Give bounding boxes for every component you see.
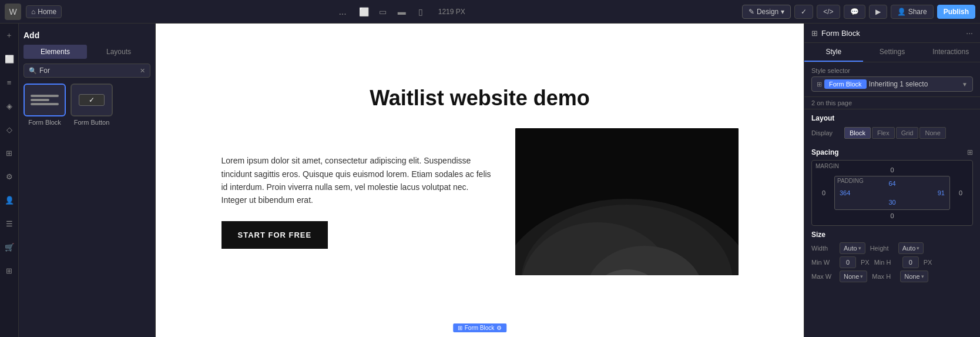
- padding-box: PADDING 64 364 91 30: [834, 176, 950, 210]
- selector-icon: ⊞: [817, 81, 822, 88]
- topbar-center: ... ⬜ ▭ ▬ ▯ 1219 PX: [66, 4, 737, 20]
- grid-icon[interactable]: ⊞: [2, 263, 16, 278]
- canvas-body-text: Lorem ipsum dolor sit amet, consectetur …: [221, 154, 492, 207]
- display-block-option[interactable]: Block: [844, 127, 871, 139]
- preview-button[interactable]: ▶: [869, 5, 887, 19]
- size-width-row: Width Auto ▾ Height Auto ▾: [811, 242, 973, 254]
- min-h-unit: PX: [924, 259, 932, 266]
- right-panel-title: Form Block: [821, 29, 860, 38]
- tab-settings[interactable]: Settings: [863, 43, 922, 62]
- layout-section: Layout Display Block Flex Grid None: [804, 109, 980, 148]
- forms-icon[interactable]: ☰: [2, 216, 16, 231]
- comment-button[interactable]: 💬: [844, 5, 865, 19]
- right-panel-title-row: ⊞ Form Block: [811, 29, 860, 38]
- apps-icon[interactable]: ⊞: [2, 146, 16, 160]
- share-button[interactable]: 👤 Share: [891, 5, 934, 19]
- element-card-form-button[interactable]: ✓ Form Button: [71, 84, 113, 126]
- canvas-area[interactable]: Waitlist website demo Lorem ipsum dolor …: [156, 24, 804, 337]
- height-arrow-icon: ▾: [917, 245, 919, 251]
- spacing-middle: 0 PADDING 64 364 91 30 0: [815, 176, 969, 210]
- app-logo: W: [5, 4, 21, 20]
- check-icon: ✓: [89, 96, 95, 104]
- search-bar: 🔍 ✕: [24, 64, 150, 78]
- form-block-header-icon: ⊞: [811, 29, 818, 38]
- margin-bottom-value[interactable]: 0: [815, 210, 969, 222]
- panel-content: Add Elements Layouts 🔍 ✕: [19, 24, 155, 337]
- spacing-title: Spacing: [811, 148, 839, 156]
- checkmark-button[interactable]: ✓: [794, 5, 813, 19]
- min-h-input[interactable]: 0: [902, 256, 919, 268]
- form-button-preview: ✓: [71, 84, 113, 116]
- margin-label: MARGIN: [815, 163, 839, 169]
- code-button[interactable]: </>: [817, 5, 840, 19]
- publish-button[interactable]: Publish: [937, 5, 975, 19]
- selector-count: 2 on this page: [804, 97, 980, 109]
- style-selector-value[interactable]: ⊞ Form Block Inheriting 1 selecto ▼: [811, 76, 973, 92]
- padding-left-value[interactable]: 364: [840, 189, 850, 196]
- element-card-form-block[interactable]: Form Block: [24, 84, 66, 126]
- search-clear-button[interactable]: ✕: [140, 67, 145, 75]
- design-dropdown-icon: ▾: [781, 8, 784, 16]
- panel-title: Add: [24, 28, 150, 45]
- laptop-view-button[interactable]: ▬: [394, 4, 410, 20]
- tab-style[interactable]: Style: [804, 43, 863, 62]
- max-w-label: Max W: [811, 273, 835, 280]
- tab-interactions[interactable]: Interactions: [921, 43, 980, 62]
- home-button[interactable]: ⌂ Home: [26, 5, 62, 18]
- spacing-toggle-icon[interactable]: ⊞: [967, 148, 973, 156]
- selector-suffix: Inheriting 1 selecto: [869, 80, 959, 88]
- settings-icon[interactable]: ⚙: [2, 169, 16, 183]
- min-w-input[interactable]: 0: [840, 256, 856, 268]
- size-section-title: Size: [811, 231, 973, 239]
- assets-icon[interactable]: ◇: [2, 122, 16, 136]
- mobile-view-button[interactable]: ▯: [412, 4, 429, 20]
- display-none-option[interactable]: None: [919, 127, 945, 139]
- users-icon[interactable]: 👤: [2, 193, 16, 207]
- margin-left-value[interactable]: 0: [815, 189, 832, 196]
- max-h-label: Max H: [872, 273, 895, 280]
- panel-tabs: Elements Layouts: [24, 45, 150, 59]
- tab-elements[interactable]: Elements: [24, 45, 87, 59]
- min-h-label: Min H: [874, 259, 898, 266]
- canvas-image: [515, 128, 739, 275]
- main-layout: ＋ ⬜ ≡ ◈ ◇ ⊞ ⚙ 👤 ☰ 🛒 ⊞ Add Elements Layou…: [0, 24, 980, 337]
- more-options-button[interactable]: ...: [338, 6, 346, 17]
- layout-display-row: Display Block Flex Grid None: [811, 127, 973, 139]
- max-w-arrow-icon: ▾: [860, 273, 863, 279]
- indicator-icon: ⊞: [458, 325, 462, 331]
- canvas-size: 1219 PX: [438, 8, 465, 16]
- size-minw-row: Min W 0 PX Min H 0 PX: [811, 256, 973, 268]
- components-icon[interactable]: ◈: [2, 99, 16, 113]
- tablet-view-button[interactable]: ▭: [375, 4, 391, 20]
- spacing-header: Spacing ⊞: [811, 148, 973, 156]
- home-icon: ⌂: [31, 8, 35, 16]
- desktop-view-button[interactable]: ⬜: [356, 4, 372, 20]
- width-input[interactable]: Auto ▾: [840, 242, 865, 254]
- canvas-body: Lorem ipsum dolor sit amet, consectetur …: [179, 128, 780, 275]
- right-panel: ⊞ Form Block ··· Style Settings Interact…: [804, 24, 980, 337]
- spacing-box: MARGIN 0 0 PADDING 64 364 91 30 0: [811, 160, 973, 226]
- max-h-input[interactable]: None ▾: [900, 271, 928, 282]
- padding-bottom-value[interactable]: 30: [837, 198, 947, 207]
- display-flex-option[interactable]: Flex: [872, 127, 895, 139]
- right-panel-more-button[interactable]: ···: [966, 28, 973, 38]
- display-grid-option[interactable]: Grid: [896, 127, 919, 139]
- canvas-cta-button[interactable]: START FOR FREE: [221, 221, 328, 249]
- padding-right-value[interactable]: 91: [938, 189, 945, 196]
- elements-grid: Form Block ✓ Form Button: [24, 84, 150, 126]
- max-w-input[interactable]: None ▾: [840, 271, 867, 282]
- canvas-page-title: Waitlist website demo: [370, 86, 590, 111]
- height-input[interactable]: Auto ▾: [898, 242, 924, 254]
- pages-icon[interactable]: ⬜: [2, 52, 16, 66]
- design-mode-button[interactable]: ✎ Design ▾: [742, 5, 791, 19]
- layers-icon[interactable]: ≡: [2, 75, 16, 89]
- view-options: ⬜ ▭ ▬ ▯: [356, 4, 429, 20]
- margin-right-value[interactable]: 0: [952, 189, 969, 196]
- spacing-section: Spacing ⊞ MARGIN 0 0 PADDING 64 364 91 3…: [804, 148, 980, 231]
- display-label: Display: [811, 129, 840, 136]
- tab-layouts[interactable]: Layouts: [87, 45, 150, 59]
- add-elements-icon[interactable]: ＋: [2, 28, 16, 42]
- ecommerce-icon[interactable]: 🛒: [2, 240, 16, 254]
- design-icon: ✎: [749, 8, 754, 16]
- search-input[interactable]: [39, 66, 137, 75]
